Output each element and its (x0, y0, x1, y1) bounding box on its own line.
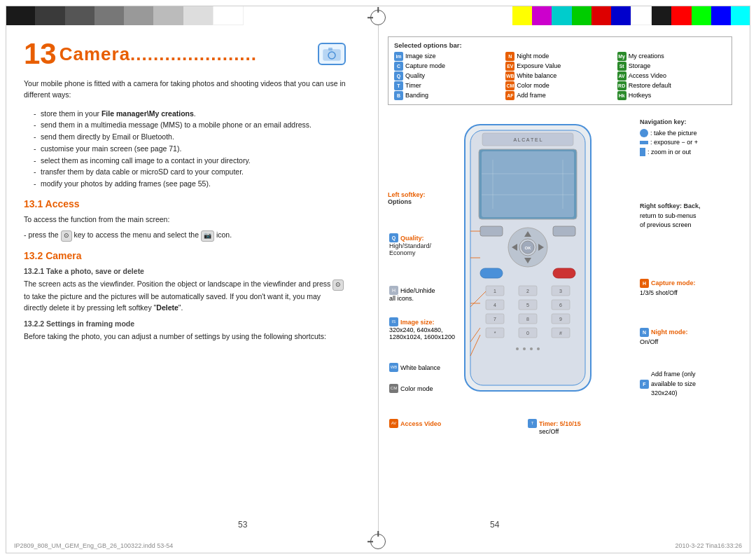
footer-left: IP2809_808_UM_GEM_Eng_GB_26_100322.indd … (14, 542, 173, 549)
nav-key-zoom: : zoom in or out (648, 148, 691, 158)
icon-access-video: AV (617, 71, 626, 81)
icon-add-frame: AF (505, 91, 514, 100)
label-quality: Q Quality: High/Standard/Economy (389, 233, 431, 256)
footer-right: 2010-3-22 Tina16:33:26 (675, 542, 742, 549)
label-hide-unhide: H Hide/Unhide all icons. (389, 286, 435, 302)
access-video-row: AV Access Video (389, 419, 441, 428)
chapter-title: Camera...................... (59, 43, 318, 65)
right-softkey-box: Right softkey: Back, return to sub-menus… (640, 202, 731, 230)
bullet-list: store them in your File manager\My creat… (34, 108, 346, 191)
icon-quality: Q (394, 71, 403, 81)
color-mode-label: Color mode (400, 385, 433, 392)
quality-values: High/Standard/Economy (389, 242, 431, 256)
navigation-key-box: Navigation key: : take the picture : exp… (640, 118, 731, 157)
option-timer: T Timer (394, 81, 503, 90)
hide-row: H Hide/Unhide (389, 286, 435, 295)
list-item: send them directly by Email or Bluetooth… (34, 131, 346, 143)
icon-capture-mode: C (394, 62, 403, 71)
nav-key-line-3: : zoom in or out (640, 148, 731, 158)
color-mode-icon: CM (389, 384, 398, 393)
section-131-body2: - press the ⊙ key to access the menu and… (24, 229, 346, 242)
option-label: Storage (629, 62, 651, 71)
label-access-video-bottom: AV Access Video (389, 419, 441, 428)
timer-row: T Timer: 5/10/15 (528, 419, 581, 428)
right-softkey-line2: of previous screen (640, 221, 731, 230)
nav-key-exposure: : exposure − or + (650, 138, 698, 148)
svg-text:8: 8 (526, 317, 529, 322)
icon-image-size: im (394, 52, 403, 61)
quality-row: Q Quality: (389, 233, 431, 242)
svg-rect-22 (553, 226, 575, 236)
section-131-body1: To access the function from the main scr… (24, 214, 346, 225)
option-label: Night mode (517, 52, 549, 61)
option-label: Add frame (517, 91, 546, 100)
svg-text:0: 0 (526, 331, 529, 336)
option-label: Quality (405, 71, 425, 81)
option-label: Exposure Value (517, 62, 561, 71)
option-label: Access Video (629, 71, 666, 81)
capture-label-text: Capture mode: (651, 279, 696, 289)
add-frame-text: Add frame (only available to size 320x24… (651, 370, 696, 399)
chapter-header: 13 Camera...................... (24, 39, 346, 69)
option-color-mode: CM Color mode (505, 81, 614, 90)
capture-val: 1/3/5 shot/Off (640, 289, 731, 298)
svg-text:3: 3 (559, 289, 562, 294)
option-label: Restore default (629, 81, 671, 90)
icon-my-creations: My (617, 52, 626, 61)
subsection-1321-body: The screen acts as the viewfinder. Posit… (24, 278, 346, 313)
svg-text:4: 4 (493, 303, 496, 308)
white-balance-icon: WB (389, 363, 398, 372)
options-bar: Selected options bar: im Image size N Ni… (388, 36, 732, 105)
left-page: 13 Camera...................... Your mob… (10, 25, 367, 524)
night-mode-box: N Night mode: On/Off (640, 328, 731, 347)
section-131-title: 13.1 Access (24, 198, 346, 209)
nav-key-title: Navigation key: (640, 118, 731, 127)
timer-icon: T (528, 419, 537, 428)
ok-key: ⊙ (332, 280, 344, 291)
icon-hotkeys: Hk (617, 91, 626, 100)
phone-svg: A L C A T E L OK (444, 118, 612, 412)
subsection-1322-title: 13.2.2 Settings in framing mode (24, 319, 346, 328)
image-size-label: Image size: (400, 319, 435, 326)
svg-point-52 (537, 347, 540, 350)
intro-paragraph: Your mobile phone is fitted with a camer… (24, 78, 346, 101)
right-page: Selected options bar: im Image size N Ni… (378, 25, 742, 524)
option-label: Color mode (517, 81, 550, 90)
left-softkey-label: Left softkey: Options (388, 191, 426, 205)
capture-mode-box: H Capture mode: 1/3/5 shot/Off (640, 279, 731, 298)
option-label: Image size (405, 52, 436, 61)
option-banding: B Banding (394, 91, 503, 100)
icon-night-mode: N (505, 52, 514, 61)
svg-point-49 (516, 347, 519, 350)
icon-banding: B (394, 91, 403, 100)
list-item: customise your main screen (see page 71)… (34, 143, 346, 155)
svg-rect-21 (480, 226, 503, 236)
color-mode-row: CM Color mode (389, 384, 433, 393)
option-label: Timer (405, 81, 421, 90)
svg-text:2: 2 (526, 289, 529, 294)
option-restore-default: RD Restore default (617, 81, 726, 90)
hide-icon: H (389, 286, 398, 295)
svg-point-51 (530, 347, 533, 350)
option-quality: Q Quality (394, 71, 503, 81)
add-frame-label: F Add frame (only available to size 320x… (640, 370, 731, 399)
hide-label: Hide/Unhide (400, 287, 435, 294)
option-storage: St Storage (617, 62, 726, 71)
list-item: select them as incoming call image to a … (34, 155, 346, 167)
phone-diagram: Navigation key: : take the picture : exp… (388, 111, 732, 433)
svg-rect-24 (553, 268, 575, 278)
list-item: modify your photos by adding frames (see… (34, 178, 346, 190)
svg-rect-8 (482, 151, 574, 217)
svg-text:OK: OK (525, 246, 532, 250)
chapter-number: 13 (24, 39, 57, 69)
option-label: Banding (405, 91, 428, 100)
svg-point-50 (523, 347, 526, 350)
option-capture-mode: C Capture mode (394, 62, 503, 71)
camera-menu-icon: 📷 (201, 230, 214, 242)
icon-restore-default: RD (617, 81, 626, 90)
image-size-row: IS Image size: (389, 317, 455, 326)
section-132-title: 13.2 Camera (24, 250, 346, 261)
list-item: transfer them by data cable or microSD c… (34, 166, 346, 178)
image-size-icon: IS (389, 317, 398, 326)
option-add-frame: AF Add frame (505, 91, 614, 100)
